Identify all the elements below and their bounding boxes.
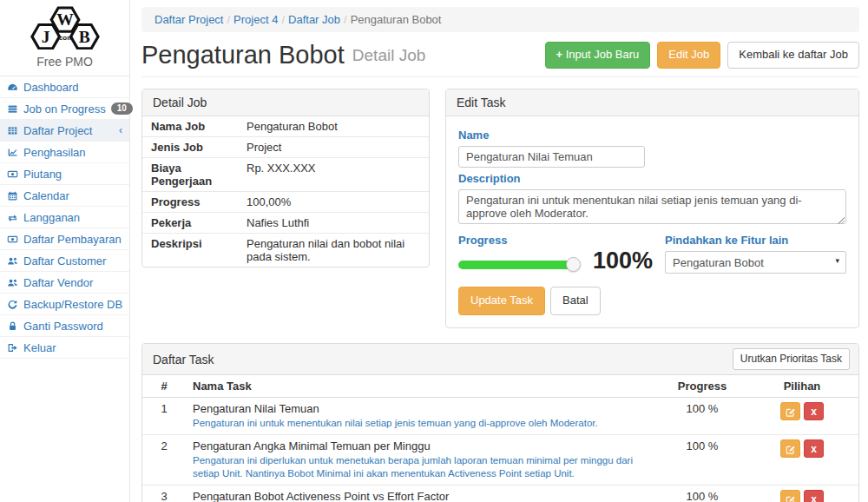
sidebar-item-backup-restore[interactable]: Backup/Restore DB: [0, 294, 129, 315]
task-row-3: 3 Pengaturan Bobot Activeness Point vs E…: [142, 485, 858, 502]
batal-button[interactable]: Batal: [550, 287, 601, 315]
name-label: Name: [458, 129, 846, 142]
detail-job-panel: Detail Job Nama Job Pengaturan Bobot Jen…: [141, 89, 430, 268]
task-progress: 100 %: [659, 435, 746, 457]
edit-task-panel-title: Edit Task: [446, 89, 858, 116]
progress-slider[interactable]: [458, 261, 574, 269]
slider-handle[interactable]: [566, 257, 581, 272]
progress-row: Progress 100% Pindahkan ke Fitur lain: [458, 229, 846, 274]
sidebar-item-label: Keluar: [23, 341, 56, 354]
task-description: Pengaturan ini untuk menentukan nilai se…: [193, 417, 652, 430]
table-icon: [7, 125, 18, 136]
task-table: # Nama Task Progress Pilihan 1 Pengatura…: [142, 375, 858, 502]
page-title: Pengaturan Bobot: [141, 41, 345, 69]
task-progress: 100 %: [659, 398, 746, 419]
sidebar-item-daftar-customer[interactable]: Daftar Customer: [0, 250, 129, 272]
breadcrumb-link-project-4[interactable]: Project 4: [233, 13, 278, 26]
col-progress: Progress: [659, 375, 746, 397]
delete-task-button[interactable]: x: [804, 439, 824, 458]
col-pilihan: Pilihan: [746, 375, 858, 397]
sidebar-item-penghasilan[interactable]: Penghasilan: [0, 142, 129, 163]
sidebar-item-daftar-project[interactable]: Daftar Project ‹: [0, 120, 129, 142]
breadcrumb-current: Pengaturan Bobot: [351, 13, 442, 26]
money-icon: [7, 168, 18, 180]
svg-text:B: B: [78, 28, 89, 46]
detail-row-progress: Progress 100,00%: [142, 192, 429, 213]
resize-grip-icon[interactable]: [837, 216, 845, 224]
sidebar-item-keluar[interactable]: Keluar: [0, 337, 129, 359]
edit-task-form: Name Description Pengaturan ini untuk me…: [446, 116, 858, 327]
sidebar-item-label: Daftar Project: [23, 124, 92, 137]
page-subtitle: Detail Job: [352, 46, 426, 65]
edit-task-button[interactable]: [780, 402, 800, 420]
sidebar-item-label: Langganan: [23, 211, 80, 224]
sidebar-item-piutang[interactable]: Piutang: [0, 163, 129, 185]
col-num: #: [142, 375, 186, 397]
sidebar-item-label: Piutang: [23, 168, 62, 181]
edit-task-panel: Edit Task Name Description Pengaturan in…: [445, 89, 859, 328]
kembali-ke-daftar-job-button[interactable]: Kembali ke daftar Job: [727, 42, 859, 69]
sidebar-item-label: Calendar: [23, 189, 69, 202]
line-chart-icon: [7, 147, 18, 158]
calendar-icon: [7, 190, 18, 201]
sidebar-item-label: Daftar Vendor: [23, 276, 93, 289]
sidebar-item-label: Dashboard: [23, 81, 79, 94]
sidebar-item-label: Daftar Customer: [23, 254, 106, 268]
detail-row-jenis-job: Jenis Job Project: [142, 137, 429, 158]
task-description: Pengaturan ini diperlukan untuk menetuka…: [193, 454, 652, 480]
task-description-textarea[interactable]: Pengaturan ini untuk menentukan nilai se…: [458, 189, 846, 224]
edit-task-button[interactable]: [780, 439, 800, 458]
sidebar-item-label: Daftar Pembayaran: [23, 233, 122, 246]
edit-job-button[interactable]: Edit Job: [657, 42, 720, 69]
move-feature-label: Pindahkan ke Fitur lain: [665, 234, 846, 247]
task-name: Pengaturan Bobot Activeness Point vs Eff…: [193, 490, 652, 502]
detail-row-biaya: Biaya Pengerjaan Rp. XXX.XXX: [142, 158, 429, 192]
task-row-1: 1 Pengaturan Nilai Temuan Pengaturan ini…: [142, 398, 858, 435]
description-label: Description: [458, 172, 846, 185]
form-buttons: Update Task Batal: [458, 287, 846, 315]
list-icon: [7, 103, 18, 115]
sidebar-item-label: Job on Progress: [23, 102, 106, 116]
sidebar-menu: Dashboard Job on Progress 10 Daftar Proj…: [0, 76, 129, 359]
svg-text:.com: .com: [56, 34, 72, 42]
urutkan-prioritas-task-button-top[interactable]: Urutkan Prioritas Task: [733, 348, 850, 370]
delete-task-button[interactable]: x: [804, 402, 824, 420]
sidebar-item-label: Backup/Restore DB: [23, 298, 122, 311]
sidebar-item-job-on-progress[interactable]: Job on Progress 10: [0, 98, 129, 120]
task-name: Pengaturan Nilai Temuan: [193, 402, 652, 415]
sidebar-item-ganti-password[interactable]: Ganti Password: [0, 315, 129, 337]
users-icon: [7, 277, 18, 288]
breadcrumb-link-daftar-job[interactable]: Daftar Job: [288, 13, 340, 26]
sidebar-item-langganan[interactable]: Langganan: [0, 207, 129, 228]
sidebar: W J B .com Free PMO Dashboard Job on Pro…: [0, 0, 130, 502]
lock-icon: [7, 320, 18, 332]
brand-logo[interactable]: W J B .com Free PMO: [0, 0, 129, 76]
plus-icon: +: [556, 48, 563, 61]
panels-row: Detail Job Nama Job Pengaturan Bobot Jen…: [141, 89, 859, 328]
input-job-baru-button[interactable]: + Input Job Baru: [545, 42, 651, 69]
breadcrumb-link-daftar-project[interactable]: Daftar Project: [155, 13, 223, 26]
breadcrumb-separator: /: [281, 13, 285, 26]
daftar-task-panel: Daftar Task Urutkan Prioritas Task # Nam…: [141, 343, 859, 502]
detail-job-table: Nama Job Pengaturan Bobot Jenis Job Proj…: [142, 116, 429, 267]
task-table-header: # Nama Task Progress Pilihan: [142, 375, 858, 398]
delete-task-button[interactable]: x: [804, 490, 824, 502]
sign-out-icon: [7, 342, 18, 353]
detail-row-nama-job: Nama Job Pengaturan Bobot: [142, 116, 429, 137]
move-feature-select[interactable]: Pengaturan Bobot: [665, 251, 846, 274]
detail-row-deskripsi: Deskripsi Pengaturan nilai dan bobot nil…: [142, 234, 429, 267]
sidebar-item-calendar[interactable]: Calendar: [0, 185, 129, 207]
chevron-left-icon: ‹: [119, 124, 122, 136]
update-task-button[interactable]: Update Task: [458, 287, 545, 315]
brand-name: Free PMO: [0, 55, 129, 69]
users-icon: [7, 255, 18, 267]
sidebar-item-daftar-vendor[interactable]: Daftar Vendor: [0, 272, 129, 294]
app-window: W J B .com Free PMO Dashboard Job on Pro…: [0, 0, 868, 502]
task-progress: 100 %: [659, 485, 746, 502]
sidebar-item-dashboard[interactable]: Dashboard: [0, 76, 129, 98]
task-name-input[interactable]: [458, 146, 645, 168]
header-buttons: + Input Job Baru Edit Job Kembali ke daf…: [545, 42, 860, 69]
sidebar-item-daftar-pembayaran[interactable]: Daftar Pembayaran: [0, 228, 129, 250]
detail-row-pekerja: Pekerja Nafies Luthfi: [142, 213, 429, 234]
edit-task-button[interactable]: [780, 490, 800, 502]
